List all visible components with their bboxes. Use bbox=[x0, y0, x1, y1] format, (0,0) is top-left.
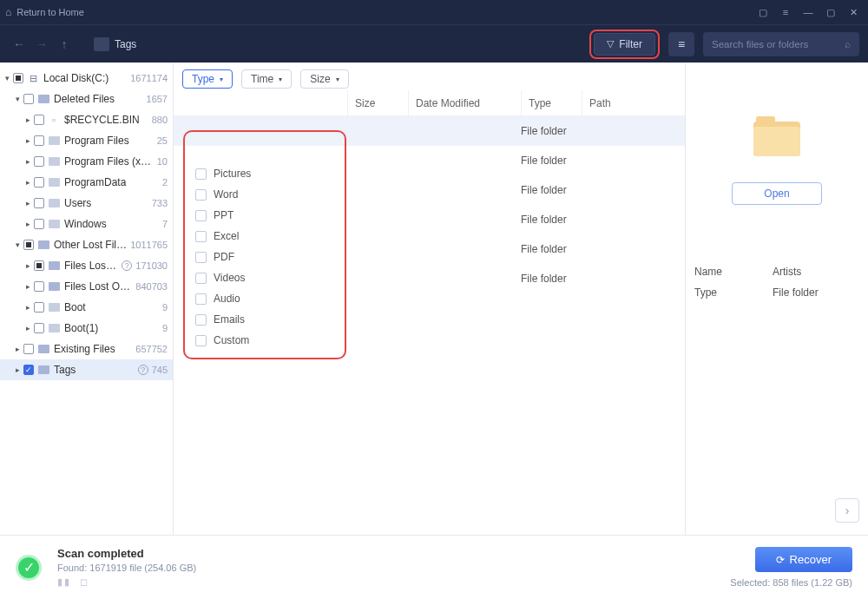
checkbox[interactable] bbox=[34, 281, 44, 292]
checkbox[interactable] bbox=[34, 219, 44, 229]
search-input[interactable] bbox=[712, 39, 845, 49]
checkbox[interactable] bbox=[34, 156, 44, 167]
chevron-right-icon[interactable]: ▸ bbox=[23, 303, 33, 312]
tree-program-files-x86[interactable]: ▸ Program Files (x86) 10 bbox=[0, 151, 173, 172]
checkbox[interactable] bbox=[195, 231, 207, 242]
checkbox[interactable] bbox=[34, 115, 44, 125]
up-button[interactable]: ↑ bbox=[54, 34, 75, 55]
folder-icon bbox=[47, 301, 61, 313]
chevron-right-icon[interactable]: ▸ bbox=[23, 199, 33, 207]
tree-users[interactable]: ▸ Users 733 bbox=[0, 193, 173, 214]
recover-button[interactable]: ⟳ Recover bbox=[755, 547, 852, 572]
checkbox[interactable] bbox=[34, 198, 44, 208]
checkbox[interactable] bbox=[23, 94, 34, 104]
filter-time-pill[interactable]: Time▾ bbox=[241, 69, 292, 89]
dd-word[interactable]: Word bbox=[185, 184, 345, 205]
back-button[interactable]: ← bbox=[9, 34, 30, 55]
col-path[interactable]: Path bbox=[582, 90, 685, 115]
open-button[interactable]: Open bbox=[732, 182, 821, 205]
dd-custom[interactable]: Custom bbox=[185, 330, 345, 351]
return-home-link[interactable]: Return to Home bbox=[16, 7, 84, 17]
tree-boot1[interactable]: ▸ Boot(1) 9 bbox=[0, 318, 173, 339]
home-icon[interactable]: ⌂ bbox=[5, 6, 11, 18]
tree-lost-orig-2[interactable]: ▸ Files Lost Original ... 840703 bbox=[0, 276, 173, 297]
chevron-right-icon[interactable]: ▸ bbox=[23, 261, 33, 270]
filter-size-pill[interactable]: Size▾ bbox=[300, 69, 348, 89]
tree-tags[interactable]: ▸ Tags ? 745 bbox=[0, 359, 173, 380]
checkbox[interactable] bbox=[13, 73, 23, 83]
scan-complete-icon: ✓ bbox=[16, 555, 42, 581]
titlebar-btn-1[interactable]: ▢ bbox=[753, 3, 773, 22]
close-button[interactable]: ✕ bbox=[844, 3, 863, 22]
col-size[interactable]: Size bbox=[347, 90, 408, 115]
checkbox[interactable] bbox=[23, 344, 34, 354]
pause-controls[interactable]: ▮▮ ◻ bbox=[57, 576, 196, 588]
filter-type-pill[interactable]: Type▾ bbox=[182, 69, 233, 89]
minimize-button[interactable]: — bbox=[799, 3, 818, 22]
checkbox[interactable] bbox=[34, 302, 44, 313]
chevron-right-icon[interactable]: ▸ bbox=[12, 345, 23, 353]
search-icon[interactable]: ⌕ bbox=[845, 38, 851, 50]
checkbox[interactable] bbox=[195, 252, 207, 263]
filter-label: Filter bbox=[619, 38, 642, 50]
tree-lost-orig-1[interactable]: ▸ Files Lost Origi... ? 171030 bbox=[0, 255, 173, 276]
sidebar-tree[interactable]: ▾ ⊟ Local Disk(C:) 1671174 ▾ Deleted Fil… bbox=[0, 63, 174, 535]
disk-icon: ⊟ bbox=[26, 72, 40, 84]
tree-program-files[interactable]: ▸ Program Files 25 bbox=[0, 130, 173, 151]
maximize-button[interactable]: ▢ bbox=[821, 3, 840, 22]
chevron-right-icon[interactable]: ▸ bbox=[23, 115, 33, 124]
checkbox[interactable] bbox=[23, 240, 34, 250]
type-dropdown[interactable]: Pictures Word PPT Excel PDF Videos Audio… bbox=[183, 158, 346, 359]
chevron-down-icon[interactable]: ▾ bbox=[12, 240, 23, 249]
checkbox[interactable] bbox=[195, 335, 207, 346]
folder-icon bbox=[47, 322, 61, 334]
forward-button[interactable]: → bbox=[31, 34, 52, 55]
dd-audio[interactable]: Audio bbox=[185, 288, 345, 309]
filter-button[interactable]: ▽ Filter bbox=[594, 33, 655, 56]
file-row[interactable]: File folder bbox=[174, 116, 685, 146]
chevron-down-icon[interactable]: ▾ bbox=[2, 74, 12, 82]
tree-deleted-files[interactable]: ▾ Deleted Files 1657 bbox=[0, 89, 173, 109]
chevron-right-icon[interactable]: ▸ bbox=[23, 178, 33, 187]
chevron-right-icon[interactable]: ▸ bbox=[23, 220, 33, 228]
help-icon[interactable]: ? bbox=[138, 365, 148, 375]
col-type[interactable]: Type bbox=[521, 90, 582, 115]
checkbox[interactable] bbox=[195, 293, 207, 305]
dd-videos[interactable]: Videos bbox=[185, 267, 345, 288]
chevron-right-icon[interactable]: ▸ bbox=[23, 324, 33, 332]
checkbox[interactable] bbox=[23, 365, 34, 375]
chevron-right-icon[interactable]: ▸ bbox=[23, 136, 33, 145]
col-date[interactable]: Date Modified bbox=[408, 90, 521, 115]
tree-recycle[interactable]: ▸ ▫ $RECYCLE.BIN 880 bbox=[0, 109, 173, 130]
folder-icon bbox=[47, 135, 61, 147]
checkbox[interactable] bbox=[195, 273, 207, 284]
checkbox[interactable] bbox=[34, 260, 44, 271]
search-box[interactable]: ⌕ bbox=[703, 32, 859, 56]
dd-ppt[interactable]: PPT bbox=[185, 205, 345, 226]
chevron-right-icon[interactable]: ▸ bbox=[23, 282, 33, 291]
checkbox[interactable] bbox=[195, 168, 207, 180]
titlebar-btn-2[interactable]: ≡ bbox=[776, 3, 795, 22]
checkbox[interactable] bbox=[195, 189, 207, 201]
dd-excel[interactable]: Excel bbox=[185, 226, 345, 247]
help-icon[interactable]: ? bbox=[122, 260, 132, 271]
view-options-button[interactable]: ≡ bbox=[668, 32, 694, 56]
checkbox[interactable] bbox=[195, 210, 207, 221]
tree-programdata[interactable]: ▸ ProgramData 2 bbox=[0, 172, 173, 193]
chevron-down-icon[interactable]: ▾ bbox=[12, 95, 23, 103]
tree-windows[interactable]: ▸ Windows 7 bbox=[0, 214, 173, 234]
dd-emails[interactable]: Emails bbox=[185, 309, 345, 330]
tree-existing[interactable]: ▸ Existing Files 657752 bbox=[0, 339, 173, 359]
chevron-right-icon[interactable]: ▸ bbox=[12, 365, 23, 374]
checkbox[interactable] bbox=[34, 135, 44, 146]
dd-pictures[interactable]: Pictures bbox=[185, 163, 345, 184]
checkbox[interactable] bbox=[195, 314, 207, 326]
tree-local-disk[interactable]: ▾ ⊟ Local Disk(C:) 1671174 bbox=[0, 68, 173, 89]
chevron-right-icon[interactable]: ▸ bbox=[23, 157, 33, 166]
tree-boot[interactable]: ▸ Boot 9 bbox=[0, 297, 173, 318]
checkbox[interactable] bbox=[34, 177, 44, 188]
dd-pdf[interactable]: PDF bbox=[185, 247, 345, 267]
tree-other-lost[interactable]: ▾ Other Lost Files 1011765 bbox=[0, 234, 173, 255]
next-page-button[interactable]: › bbox=[835, 498, 859, 523]
checkbox[interactable] bbox=[34, 323, 44, 333]
